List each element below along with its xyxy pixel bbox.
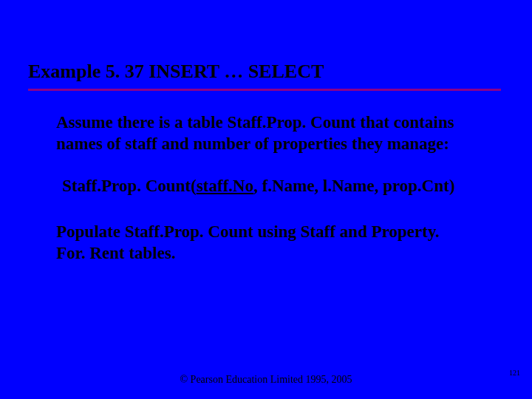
page-number: 121: [509, 369, 520, 377]
paragraph-intro: Assume there is a table Staff.Prop. Coun…: [56, 112, 470, 155]
schema-prefix: Staff.Prop. Count(: [62, 177, 197, 195]
schema-line: Staff.Prop. Count(staff.No, f.Name, l.Na…: [62, 176, 470, 197]
slide-title: Example 5. 37 INSERT … SELECT: [28, 61, 504, 87]
copyright-footer: © Pearson Education Limited 1995, 2005: [0, 374, 532, 386]
title-block: Example 5. 37 INSERT … SELECT: [28, 61, 504, 91]
schema-primary-key: staff.No: [197, 177, 253, 195]
paragraph-task: Populate Staff.Prop. Count using Staff a…: [56, 222, 470, 265]
title-underline: [28, 89, 501, 91]
slide-body: Assume there is a table Staff.Prop. Coun…: [56, 112, 470, 265]
schema-rest: , f.Name, l.Name, prop.Cnt): [253, 177, 454, 195]
slide: Example 5. 37 INSERT … SELECT Assume the…: [0, 0, 532, 399]
